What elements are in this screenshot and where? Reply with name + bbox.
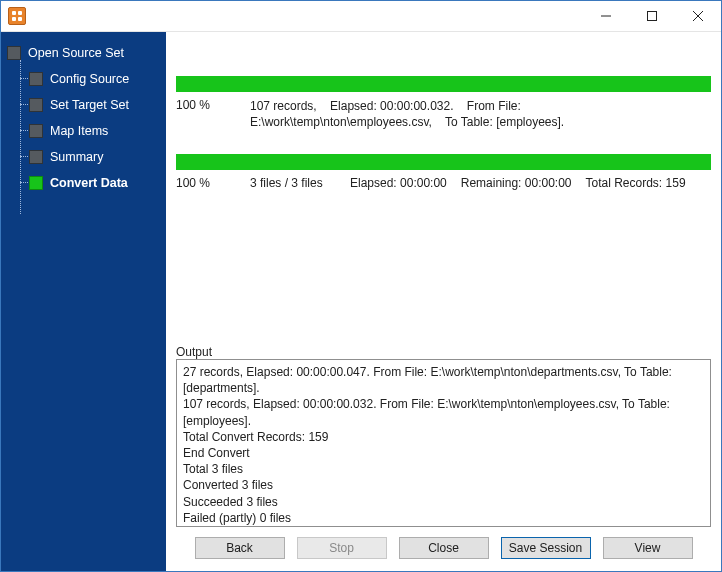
step-icon — [7, 46, 21, 60]
total-progress-block: 100 % 3 files / 3 files Elapsed: 00:00:0… — [176, 154, 711, 190]
step-icon — [29, 176, 43, 190]
sidebar-item-open-source-set[interactable]: Open Source Set — [7, 40, 166, 66]
close-button[interactable]: Close — [399, 537, 489, 559]
step-icon — [29, 124, 43, 138]
file-progress-bar — [176, 76, 711, 92]
file-from-value: E:\work\temp\nton\employees.csv, — [250, 115, 432, 129]
sidebar-item-config-source[interactable]: Config Source — [29, 66, 166, 92]
stop-button: Stop — [297, 537, 387, 559]
total-progress-bar — [176, 154, 711, 170]
file-progress-percent: 100 % — [176, 98, 236, 112]
step-label: Map Items — [50, 124, 108, 138]
output-line: Total Convert Records: 159 — [183, 429, 704, 445]
step-icon — [29, 98, 43, 112]
svg-rect-1 — [648, 12, 657, 21]
output-log[interactable]: 27 records, Elapsed: 00:00:00.047. From … — [176, 359, 711, 527]
output-line: 27 records, Elapsed: 00:00:00.047. From … — [183, 364, 704, 396]
sidebar-item-convert-data[interactable]: Convert Data — [29, 170, 166, 196]
file-progress-block: 100 % 107 records, Elapsed: 00:00:00.032… — [176, 76, 711, 130]
step-label: Summary — [50, 150, 103, 164]
step-label: Open Source Set — [28, 46, 124, 60]
total-remaining: Remaining: 00:00:00 — [461, 176, 572, 190]
total-records: Total Records: 159 — [586, 176, 686, 190]
output-line: Converted 3 files — [183, 477, 704, 493]
file-to-label: To Table: [employees]. — [445, 115, 564, 129]
button-row: Back Stop Close Save Session View — [176, 527, 711, 563]
sidebar-item-map-items[interactable]: Map Items — [29, 118, 166, 144]
step-label: Set Target Set — [50, 98, 129, 112]
save-session-button[interactable]: Save Session — [501, 537, 591, 559]
titlebar — [1, 1, 721, 32]
view-button[interactable]: View — [603, 537, 693, 559]
output-line: End Convert — [183, 445, 704, 461]
output-line: 107 records, Elapsed: 00:00:00.032. From… — [183, 396, 704, 428]
file-elapsed: Elapsed: 00:00:00.032. — [330, 99, 453, 113]
step-icon — [29, 150, 43, 164]
step-label: Convert Data — [50, 176, 128, 190]
output-line: Failed (partly) 0 files — [183, 510, 704, 526]
sidebar-item-summary[interactable]: Summary — [29, 144, 166, 170]
back-button[interactable]: Back — [195, 537, 285, 559]
wizard-sidebar: Open Source Set Config Source Set Target… — [1, 32, 166, 571]
output-line: Total 3 files — [183, 461, 704, 477]
step-icon — [29, 72, 43, 86]
sidebar-item-set-target-set[interactable]: Set Target Set — [29, 92, 166, 118]
minimize-button[interactable] — [583, 1, 629, 32]
file-from-label: From File: — [467, 99, 521, 113]
file-records: 107 records, — [250, 99, 317, 113]
close-window-button[interactable] — [675, 1, 721, 32]
output-label: Output — [176, 335, 711, 359]
step-label: Config Source — [50, 72, 129, 86]
output-line: Succeeded 3 files — [183, 494, 704, 510]
total-progress-percent: 100 % — [176, 176, 236, 190]
total-files: 3 files / 3 files — [250, 176, 336, 190]
content-panel: 100 % 107 records, Elapsed: 00:00:00.032… — [166, 32, 721, 571]
maximize-button[interactable] — [629, 1, 675, 32]
total-elapsed: Elapsed: 00:00:00 — [350, 176, 447, 190]
app-icon — [8, 7, 26, 25]
file-progress-details: 107 records, Elapsed: 00:00:00.032. From… — [250, 98, 711, 130]
